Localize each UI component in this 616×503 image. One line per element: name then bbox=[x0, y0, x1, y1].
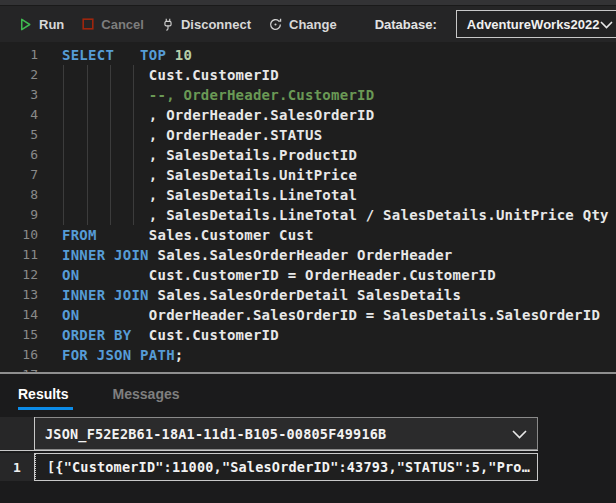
tab-results[interactable]: Results bbox=[18, 386, 69, 410]
code-text: FOR JSON PATH; bbox=[38, 345, 184, 365]
line-number[interactable]: 8 bbox=[0, 185, 38, 205]
run-play-icon bbox=[18, 17, 33, 32]
code-line[interactable]: 13INNER JOIN Sales.SalesOrderDetail Sale… bbox=[0, 285, 616, 305]
line-number[interactable]: 2 bbox=[0, 65, 38, 85]
disconnect-plug-icon bbox=[161, 17, 175, 32]
column-header-label: JSON_F52E2B61-18A1-11d1-B105-00805F49916… bbox=[45, 426, 386, 442]
code-line[interactable]: 4 , OrderHeader.SalesOrderID bbox=[0, 105, 616, 125]
disconnect-label: Disconnect bbox=[181, 17, 251, 32]
code-line[interactable]: 3 --, OrderHeader.CustomerID bbox=[0, 85, 616, 105]
table-row: 1 [{"CustomerID":11000,"SalesOrderID":43… bbox=[0, 453, 538, 481]
grid-corner-cell bbox=[0, 417, 35, 450]
line-number[interactable]: 1 bbox=[0, 45, 38, 65]
cancel-stop-icon bbox=[81, 17, 95, 31]
line-number[interactable]: 17 bbox=[0, 365, 38, 372]
code-text: , SalesDetails.ProductID bbox=[38, 145, 357, 165]
line-number[interactable]: 13 bbox=[0, 285, 38, 305]
code-line[interactable]: 12ON Cust.CustomerID = OrderHeader.Custo… bbox=[0, 265, 616, 285]
sql-query-editor-window: Run Cancel Disconnect bbox=[0, 0, 616, 503]
code-text: ON OrderHeader.SalesOrderID = SalesDetai… bbox=[38, 305, 600, 325]
disconnect-button[interactable]: Disconnect bbox=[161, 17, 251, 32]
database-dropdown[interactable]: AdventureWorks2022 bbox=[456, 10, 616, 38]
code-text: ORDER BY Cust.CustomerID bbox=[38, 325, 279, 345]
database-dropdown-value: AdventureWorks2022 bbox=[467, 17, 600, 32]
line-number[interactable]: 15 bbox=[0, 325, 38, 345]
code-line[interactable]: 7 , SalesDetails.UnitPrice bbox=[0, 165, 616, 185]
code-line[interactable]: 14ON OrderHeader.SalesOrderID = SalesDet… bbox=[0, 305, 616, 325]
indent-guide bbox=[63, 65, 64, 225]
code-line[interactable]: 8 , SalesDetails.LineTotal bbox=[0, 185, 616, 205]
indent-guide bbox=[133, 65, 134, 225]
code-text: Cust.CustomerID bbox=[38, 65, 279, 85]
change-label: Change bbox=[289, 17, 337, 32]
query-toolbar: Run Cancel Disconnect bbox=[0, 6, 616, 42]
change-connection-icon bbox=[268, 17, 283, 32]
code-line[interactable]: 11INNER JOIN Sales.SalesOrderHeader Orde… bbox=[0, 245, 616, 265]
row-number-cell[interactable]: 1 bbox=[0, 453, 35, 481]
line-number[interactable]: 4 bbox=[0, 105, 38, 125]
code-text: INNER JOIN Sales.SalesOrderDetail SalesD… bbox=[38, 285, 461, 305]
cancel-label: Cancel bbox=[101, 17, 144, 32]
results-tab-bar: Results Messages bbox=[0, 374, 616, 410]
change-connection-button[interactable]: Change bbox=[268, 17, 337, 32]
line-number[interactable]: 11 bbox=[0, 245, 38, 265]
results-panel: Results Messages JSON_F52E2B61-18A1-11d1… bbox=[0, 374, 616, 503]
line-number[interactable]: 7 bbox=[0, 165, 38, 185]
indent-guide bbox=[87, 65, 88, 225]
sql-code-editor[interactable]: 1SELECT TOP 102 Cust.CustomerID3 --, Ord… bbox=[0, 42, 616, 372]
code-lines: 1SELECT TOP 102 Cust.CustomerID3 --, Ord… bbox=[0, 45, 616, 372]
code-line[interactable]: 16FOR JSON PATH; bbox=[0, 345, 616, 365]
code-line[interactable]: 5 , OrderHeader.STATUS bbox=[0, 125, 616, 145]
run-label: Run bbox=[39, 17, 64, 32]
line-number[interactable]: 5 bbox=[0, 125, 38, 145]
grid-header-row: JSON_F52E2B61-18A1-11d1-B105-00805F49916… bbox=[0, 417, 538, 451]
tab-messages[interactable]: Messages bbox=[113, 386, 180, 410]
line-number[interactable]: 16 bbox=[0, 345, 38, 365]
code-line[interactable]: 10FROM Sales.Customer Cust bbox=[0, 225, 616, 245]
database-label: Database: bbox=[375, 17, 437, 32]
chevron-down-icon bbox=[600, 17, 613, 32]
code-line[interactable]: 1SELECT TOP 10 bbox=[0, 45, 616, 65]
indent-guide bbox=[110, 65, 111, 225]
code-text: FROM Sales.Customer Cust bbox=[38, 225, 314, 245]
code-text: --, OrderHeader.CustomerID bbox=[38, 85, 374, 105]
cancel-button[interactable]: Cancel bbox=[81, 17, 144, 32]
json-result-cell[interactable]: [{"CustomerID":11000,"SalesOrderID":4379… bbox=[35, 453, 538, 481]
results-grid: JSON_F52E2B61-18A1-11d1-B105-00805F49916… bbox=[0, 417, 538, 481]
code-text: , SalesDetails.LineTotal bbox=[38, 185, 357, 205]
code-text: , SalesDetails.LineTotal / SalesDetails.… bbox=[38, 205, 609, 225]
line-number[interactable]: 9 bbox=[0, 205, 38, 225]
code-text: , OrderHeader.STATUS bbox=[38, 125, 322, 145]
line-number[interactable]: 3 bbox=[0, 85, 38, 105]
run-button[interactable]: Run bbox=[18, 17, 64, 32]
chevron-down-icon bbox=[512, 426, 527, 442]
code-text: SELECT TOP 10 bbox=[38, 45, 192, 65]
line-number[interactable]: 10 bbox=[0, 225, 38, 245]
code-text: ON Cust.CustomerID = OrderHeader.Custome… bbox=[38, 265, 496, 285]
code-line[interactable]: 17 bbox=[0, 365, 616, 372]
code-text: , SalesDetails.UnitPrice bbox=[38, 165, 357, 185]
line-number[interactable]: 14 bbox=[0, 305, 38, 325]
line-number[interactable]: 6 bbox=[0, 145, 38, 165]
code-text bbox=[38, 365, 62, 372]
code-line[interactable]: 6 , SalesDetails.ProductID bbox=[0, 145, 616, 165]
code-text: INNER JOIN Sales.SalesOrderHeader OrderH… bbox=[38, 245, 453, 265]
code-line[interactable]: 9 , SalesDetails.LineTotal / SalesDetail… bbox=[0, 205, 616, 225]
json-result-column-header[interactable]: JSON_F52E2B61-18A1-11d1-B105-00805F49916… bbox=[35, 417, 538, 450]
line-number[interactable]: 12 bbox=[0, 265, 38, 285]
code-line[interactable]: 15ORDER BY Cust.CustomerID bbox=[0, 325, 616, 345]
code-line[interactable]: 2 Cust.CustomerID bbox=[0, 65, 616, 85]
code-text: , OrderHeader.SalesOrderID bbox=[38, 105, 374, 125]
